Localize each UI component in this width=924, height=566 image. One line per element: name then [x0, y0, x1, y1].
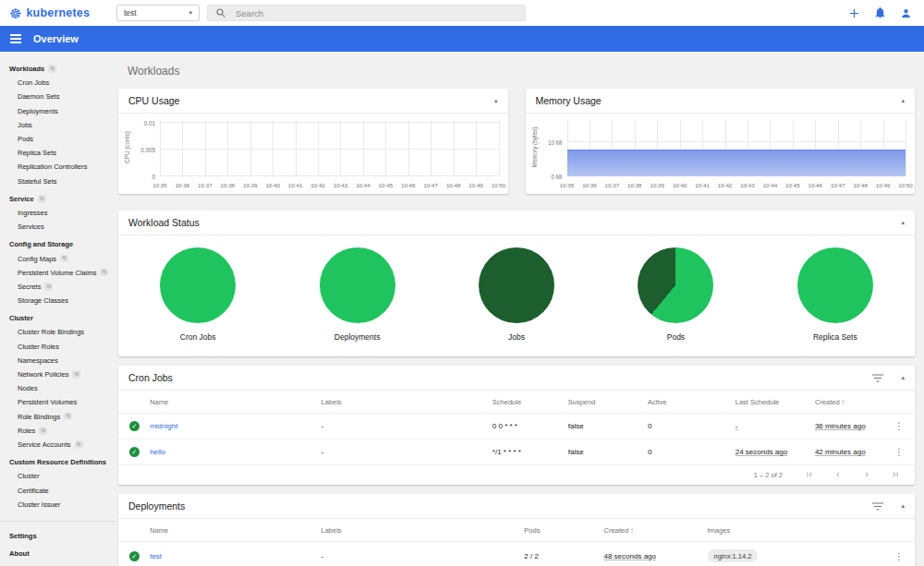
collapse-caret-icon[interactable]: ▴: [901, 502, 905, 510]
x-tick-label: 10:42: [718, 182, 732, 188]
x-tick-label: 10:46: [808, 182, 822, 188]
sidebar-item-storage-classes[interactable]: Storage Classes: [0, 294, 116, 307]
search-bar[interactable]: [207, 5, 526, 21]
chevron-down-icon: ▾: [188, 9, 192, 17]
pie-label: Cron Jobs: [180, 332, 216, 342]
sidebar-item-about[interactable]: About: [0, 545, 116, 562]
sidebar-item-stateful-sets[interactable]: Stateful Sets: [0, 175, 116, 188]
y-tick-label: 10 Mi: [548, 139, 562, 146]
sidebar-item-secrets[interactable]: SecretsN: [0, 280, 116, 294]
sidebar-item-label: Deployments: [18, 107, 58, 115]
previous-page-icon[interactable]: [833, 470, 843, 479]
sidebar-item-service-accounts[interactable]: Service AccountsN: [0, 438, 116, 452]
col-name[interactable]: Name: [146, 391, 317, 414]
col-labels[interactable]: Labels: [318, 391, 489, 414]
collapse-caret-icon[interactable]: ▴: [901, 374, 905, 381]
sidebar-item-replica-sets[interactable]: Replica Sets: [0, 146, 116, 160]
col-schedule[interactable]: Schedule: [489, 391, 565, 414]
x-tick-label: 10:44: [763, 182, 777, 188]
sidebar-item-certificate[interactable]: Certificate: [0, 483, 116, 497]
pie-chart-pods: [638, 247, 713, 323]
filter-icon[interactable]: [872, 374, 883, 382]
sidebar-item-cron-jobs[interactable]: Cron Jobs: [0, 76, 116, 90]
col-images[interactable]: Images: [704, 519, 892, 542]
sidebar-item-persistent-volumes[interactable]: Persistent Volumes: [0, 395, 116, 409]
notifications-bell-icon[interactable]: [875, 7, 885, 18]
sidebar-item-network-policies[interactable]: Network PoliciesN: [0, 367, 116, 381]
status-ok-icon: ✓: [129, 421, 140, 431]
sidebar-item-persistent-volume-claims[interactable]: Persistent Volume ClaimsN: [0, 266, 116, 280]
col-labels[interactable]: Labels: [317, 519, 520, 542]
x-tick-label: 10:42: [310, 182, 324, 188]
col-last-schedule[interactable]: Last Schedule: [732, 391, 811, 414]
sidebar-item-cluster[interactable]: Cluster: [0, 469, 116, 483]
sidebar-item-replication-controllers[interactable]: Replication Controllers: [0, 160, 116, 174]
col-name[interactable]: Name: [146, 519, 317, 542]
sidebar-item-settings[interactable]: Settings: [0, 527, 116, 545]
user-account-icon[interactable]: [901, 8, 911, 18]
y-axis-label: Memory (bytes): [530, 115, 537, 180]
create-resource-plus-icon[interactable]: [849, 8, 859, 18]
sidebar-item-ingresses[interactable]: Ingresses: [0, 206, 116, 220]
sidebar-item-label: Replication Controllers: [18, 163, 87, 171]
x-tick-label: 10:50: [492, 182, 505, 188]
deployment-link[interactable]: test: [150, 552, 162, 560]
pie-chart-cron-jobs: [160, 247, 236, 323]
collapse-caret-icon[interactable]: ▴: [494, 97, 498, 104]
namespace-select[interactable]: test ▾: [116, 5, 200, 21]
card-title: CPU Usage: [128, 95, 179, 106]
sidebar-item-cluster-roles[interactable]: Cluster Roles: [0, 340, 116, 354]
collapse-caret-icon[interactable]: ▴: [901, 97, 905, 104]
sidebar-item-deployments[interactable]: Deployments: [0, 104, 116, 118]
col-created[interactable]: Created ↑: [811, 391, 891, 414]
pagination-range: 1 – 2 of 2: [754, 471, 783, 479]
table-row[interactable]: ✓ test - 2 / 2 48 seconds ago nginx:1.14…: [118, 542, 915, 566]
pie-label: Deployments: [334, 332, 381, 342]
first-page-icon[interactable]: [805, 470, 814, 479]
search-input[interactable]: [234, 7, 517, 19]
sort-ascending-icon: ↑: [842, 398, 845, 406]
sidebar-item-config-maps[interactable]: Config MapsN: [0, 251, 116, 265]
x-tick-label: 10:50: [898, 182, 912, 188]
workload-status-card: Workload Status ▴ Cron JobsDeploymentsJo…: [118, 211, 915, 356]
sidebar-item-pods[interactable]: Pods: [0, 132, 116, 146]
sidebar-item-workloads[interactable]: WorkloadsN: [0, 62, 116, 76]
filter-icon[interactable]: [872, 502, 883, 511]
sidebar-item-jobs[interactable]: Jobs: [0, 118, 116, 132]
row-menu-icon[interactable]: ⋮: [894, 551, 904, 561]
sidebar-item-namespaces[interactable]: Namespaces: [0, 354, 116, 367]
last-page-icon[interactable]: [891, 470, 900, 479]
col-created[interactable]: Created ↑: [600, 519, 703, 542]
col-suspend[interactable]: Suspend: [565, 391, 644, 414]
cronjob-link[interactable]: midnight: [150, 422, 177, 430]
cell-active: 0: [644, 440, 732, 465]
cell-labels: -: [318, 440, 489, 465]
top-header: ☸ kubernetes test ▾: [0, 0, 924, 26]
row-menu-icon[interactable]: ⋮: [894, 421, 904, 431]
sidebar-item-service[interactable]: ServiceN: [0, 192, 116, 206]
sidebar-item-nodes[interactable]: Nodes: [0, 381, 116, 395]
col-pods[interactable]: Pods: [520, 519, 600, 542]
x-tick-label: 10:47: [423, 182, 437, 188]
row-menu-icon[interactable]: ⋮: [894, 447, 904, 457]
collapse-caret-icon[interactable]: ▴: [901, 219, 905, 226]
card-title: Deployments: [128, 500, 185, 512]
cronjob-link[interactable]: hello: [150, 448, 165, 456]
sidebar-item-roles[interactable]: RolesN: [0, 424, 116, 438]
sidebar-item-cluster-issuer[interactable]: Cluster Issuer: [0, 498, 116, 512]
sidebar-item-role-bindings[interactable]: Role BindingsN: [0, 410, 116, 424]
next-page-icon[interactable]: [862, 470, 871, 479]
cpu-usage-card: CPU Usage ▴ CPU (cores) 00.0050.01 10:35…: [118, 89, 508, 194]
memory-usage-card: Memory Usage ▴ Memory (bytes) 0 Mi10 Mi …: [526, 89, 916, 194]
col-active[interactable]: Active: [644, 391, 732, 414]
table-row[interactable]: ✓ hello - */1 * * * * false 0 24 seconds…: [118, 440, 915, 465]
sidebar-item-label: Cluster Role Bindings: [18, 328, 84, 336]
sidebar-item-services[interactable]: Services: [0, 220, 116, 234]
table-row[interactable]: ✓ midnight - 0 0 * * * false 0 - 36 minu…: [118, 414, 915, 440]
sidebar-item-label: Cluster: [9, 314, 33, 322]
hamburger-menu-icon[interactable]: [10, 34, 21, 43]
sidebar-item-daemon-sets[interactable]: Daemon Sets: [0, 90, 116, 103]
kubernetes-logo[interactable]: ☸ kubernetes: [9, 6, 116, 20]
sidebar-item-label: Stateful Sets: [18, 177, 57, 186]
sidebar-item-cluster-role-bindings[interactable]: Cluster Role Bindings: [0, 325, 116, 339]
